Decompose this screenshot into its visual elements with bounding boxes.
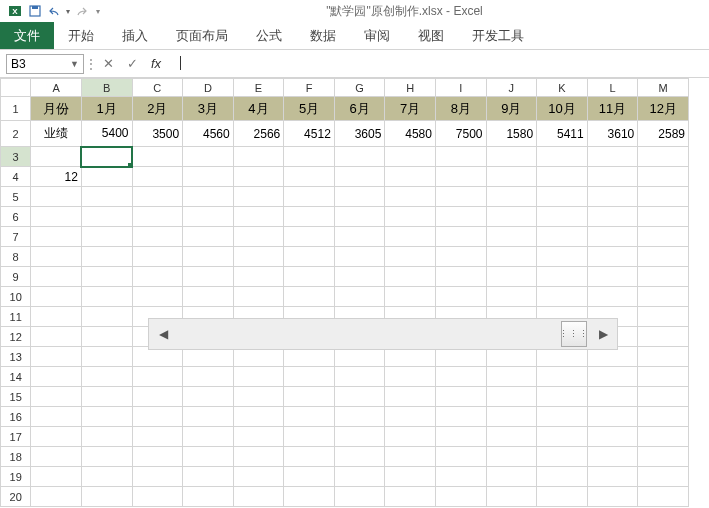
cell-B18[interactable] xyxy=(81,447,132,467)
formula-input[interactable] xyxy=(170,54,703,74)
cell-L17[interactable] xyxy=(587,427,638,447)
row-header-17[interactable]: 17 xyxy=(1,427,31,447)
cell-B4[interactable] xyxy=(81,167,132,187)
cell-F14[interactable] xyxy=(284,367,335,387)
cell-B8[interactable] xyxy=(81,247,132,267)
cell-D18[interactable] xyxy=(183,447,234,467)
row-header-16[interactable]: 16 xyxy=(1,407,31,427)
cell-J14[interactable] xyxy=(486,367,537,387)
cell-I19[interactable] xyxy=(435,467,486,487)
cell-C8[interactable] xyxy=(132,247,183,267)
cell-B13[interactable] xyxy=(81,347,132,367)
cell-E2[interactable]: 2566 xyxy=(233,121,284,147)
cell-I15[interactable] xyxy=(435,387,486,407)
cell-F2[interactable]: 4512 xyxy=(284,121,335,147)
cell-L8[interactable] xyxy=(587,247,638,267)
cell-K16[interactable] xyxy=(537,407,588,427)
tab-developer[interactable]: 开发工具 xyxy=(458,22,538,49)
cell-D1[interactable]: 3月 xyxy=(183,97,234,121)
cell-D19[interactable] xyxy=(183,467,234,487)
cell-L9[interactable] xyxy=(587,267,638,287)
cell-D15[interactable] xyxy=(183,387,234,407)
cell-F4[interactable] xyxy=(284,167,335,187)
cell-H10[interactable] xyxy=(385,287,436,307)
scroll-track[interactable]: ⋮⋮⋮ xyxy=(177,319,589,349)
cell-G2[interactable]: 3605 xyxy=(334,121,385,147)
row-header-8[interactable]: 8 xyxy=(1,247,31,267)
cell-J15[interactable] xyxy=(486,387,537,407)
cell-E3[interactable] xyxy=(233,147,284,167)
cell-F6[interactable] xyxy=(284,207,335,227)
cell-M4[interactable] xyxy=(638,167,689,187)
cell-C20[interactable] xyxy=(132,487,183,507)
cell-A7[interactable] xyxy=(31,227,82,247)
cell-A9[interactable] xyxy=(31,267,82,287)
scroll-thumb[interactable]: ⋮⋮⋮ xyxy=(561,321,587,347)
cell-I2[interactable]: 7500 xyxy=(435,121,486,147)
cell-M19[interactable] xyxy=(638,467,689,487)
cell-A12[interactable] xyxy=(31,327,82,347)
cell-D20[interactable] xyxy=(183,487,234,507)
cell-E16[interactable] xyxy=(233,407,284,427)
cell-G20[interactable] xyxy=(334,487,385,507)
col-header-C[interactable]: C xyxy=(132,79,183,97)
cell-B12[interactable] xyxy=(81,327,132,347)
cell-H19[interactable] xyxy=(385,467,436,487)
confirm-icon[interactable]: ✓ xyxy=(122,54,142,74)
tab-home[interactable]: 开始 xyxy=(54,22,108,49)
tab-formulas[interactable]: 公式 xyxy=(242,22,296,49)
cell-I5[interactable] xyxy=(435,187,486,207)
col-header-J[interactable]: J xyxy=(486,79,537,97)
cell-A13[interactable] xyxy=(31,347,82,367)
row-header-13[interactable]: 13 xyxy=(1,347,31,367)
cell-I20[interactable] xyxy=(435,487,486,507)
col-header-H[interactable]: H xyxy=(385,79,436,97)
cell-B17[interactable] xyxy=(81,427,132,447)
cell-H20[interactable] xyxy=(385,487,436,507)
cell-A19[interactable] xyxy=(31,467,82,487)
tab-insert[interactable]: 插入 xyxy=(108,22,162,49)
cell-F10[interactable] xyxy=(284,287,335,307)
cell-D3[interactable] xyxy=(183,147,234,167)
cell-E15[interactable] xyxy=(233,387,284,407)
cell-H5[interactable] xyxy=(385,187,436,207)
tab-review[interactable]: 审阅 xyxy=(350,22,404,49)
cell-E17[interactable] xyxy=(233,427,284,447)
cell-J19[interactable] xyxy=(486,467,537,487)
row-header-19[interactable]: 19 xyxy=(1,467,31,487)
cell-H6[interactable] xyxy=(385,207,436,227)
cell-K18[interactable] xyxy=(537,447,588,467)
cell-C9[interactable] xyxy=(132,267,183,287)
col-header-L[interactable]: L xyxy=(587,79,638,97)
cell-G1[interactable]: 6月 xyxy=(334,97,385,121)
cell-C14[interactable] xyxy=(132,367,183,387)
cell-D5[interactable] xyxy=(183,187,234,207)
cell-M8[interactable] xyxy=(638,247,689,267)
col-header-M[interactable]: M xyxy=(638,79,689,97)
cell-H1[interactable]: 7月 xyxy=(385,97,436,121)
cell-A17[interactable] xyxy=(31,427,82,447)
cell-M2[interactable]: 2589 xyxy=(638,121,689,147)
scroll-right-icon[interactable]: ▶ xyxy=(589,319,617,349)
cell-K20[interactable] xyxy=(537,487,588,507)
cell-I3[interactable] xyxy=(435,147,486,167)
cell-H2[interactable]: 4580 xyxy=(385,121,436,147)
cell-I17[interactable] xyxy=(435,427,486,447)
cell-D16[interactable] xyxy=(183,407,234,427)
cell-L7[interactable] xyxy=(587,227,638,247)
tab-view[interactable]: 视图 xyxy=(404,22,458,49)
cell-J18[interactable] xyxy=(486,447,537,467)
tab-file[interactable]: 文件 xyxy=(0,22,54,49)
cell-B10[interactable] xyxy=(81,287,132,307)
col-header-E[interactable]: E xyxy=(233,79,284,97)
cell-E9[interactable] xyxy=(233,267,284,287)
cell-J17[interactable] xyxy=(486,427,537,447)
cell-J8[interactable] xyxy=(486,247,537,267)
cell-E18[interactable] xyxy=(233,447,284,467)
cell-G5[interactable] xyxy=(334,187,385,207)
cell-G9[interactable] xyxy=(334,267,385,287)
chevron-down-icon[interactable]: ▼ xyxy=(70,59,79,69)
cell-G17[interactable] xyxy=(334,427,385,447)
cell-G18[interactable] xyxy=(334,447,385,467)
cell-G8[interactable] xyxy=(334,247,385,267)
